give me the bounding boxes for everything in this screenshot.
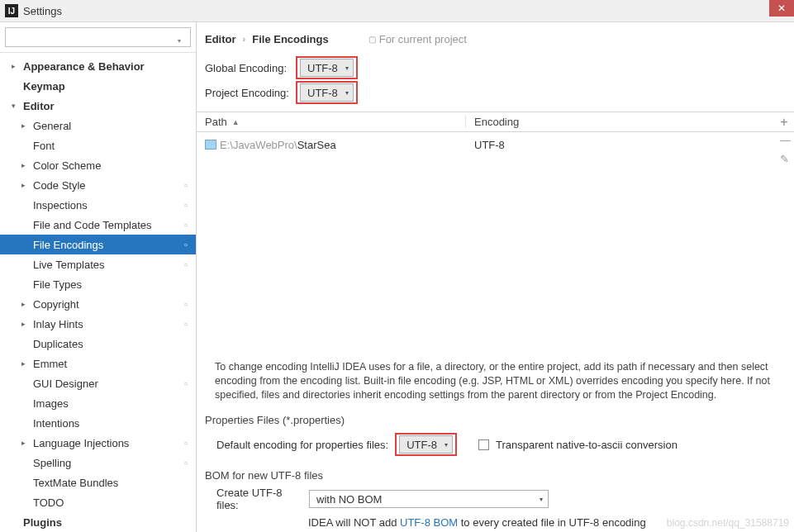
col-path[interactable]: Path ▲ (197, 116, 466, 128)
sort-asc-icon: ▲ (232, 118, 240, 126)
breadcrumb: Editor › File Encodings ▢ For current pr… (197, 22, 794, 49)
app-icon: IJ (5, 4, 18, 17)
close-button[interactable]: ✕ (769, 0, 794, 17)
highlight-project: UTF-8 ▾ (296, 81, 358, 104)
tree-item-label: File Types (33, 278, 82, 291)
tree-item-textmate-bundles[interactable]: ▸TextMate Bundles (0, 473, 196, 492)
remove-row-button[interactable]: — (780, 134, 791, 146)
tree-item-label: Images (33, 397, 69, 410)
project-scope-icon: ▫ (184, 240, 188, 249)
tree-item-code-style[interactable]: ▸Code Style▫ (0, 175, 196, 195)
tree-item-file-types[interactable]: ▸File Types (0, 274, 196, 294)
properties-encoding-select[interactable]: UTF-8 ▾ (399, 435, 453, 454)
chevron-right-icon: ▸ (21, 439, 30, 447)
tree-item-label: Intentions (33, 417, 79, 430)
project-scope-icon: ▫ (184, 378, 188, 388)
project-scope-icon: ▫ (184, 438, 188, 448)
tree-item-color-scheme[interactable]: ▸Color Scheme (0, 155, 196, 175)
project-scope-icon: ▫ (184, 458, 188, 468)
bom-section-title: BOM for new UTF-8 files (197, 461, 794, 483)
tree-item-label: Color Scheme (33, 159, 101, 172)
transparent-ascii-checkbox[interactable] (478, 439, 489, 450)
tree-item-gui-designer[interactable]: ▸GUI Designer▫ (0, 373, 196, 393)
tree-item-copyright[interactable]: ▸Copyright▫ (0, 294, 196, 314)
tree-item-label: General (33, 120, 71, 132)
row-encoding: UTF-8 (466, 139, 794, 151)
col-encoding[interactable]: Encoding (466, 116, 774, 128)
global-encoding-label: Global Encoding: (205, 62, 296, 74)
breadcrumb-root[interactable]: Editor (205, 33, 236, 45)
tree-item-todo[interactable]: ▸TODO (0, 492, 196, 512)
tree-item-label: Language Injections (33, 437, 129, 449)
tree-item-label: Appearance & Behavior (23, 60, 145, 73)
add-row-button[interactable]: + (774, 115, 794, 130)
tree-item-label: TODO (33, 496, 64, 509)
tree-item-emmet[interactable]: ▸Emmet (0, 354, 196, 373)
tree-item-label: Spelling (33, 457, 71, 469)
tree-item-label: Emmet (33, 358, 67, 370)
global-encoding-select[interactable]: UTF-8 ▾ (300, 59, 354, 77)
tree-item-spelling[interactable]: ▸Spelling▫ (0, 453, 196, 473)
titlebar: IJ Settings ✕ (0, 0, 794, 22)
settings-tree: ▸Appearance & Behavior▸Keymap▾Editor▸Gen… (0, 53, 196, 532)
window-title: Settings (23, 5, 62, 17)
chevron-right-icon: ▸ (12, 62, 20, 70)
tree-item-intentions[interactable]: ▸Intentions (0, 413, 196, 433)
project-scope-icon: ▫ (184, 180, 188, 190)
chevron-down-icon: ▾ (445, 441, 448, 449)
tree-item-plugins[interactable]: ▸Plugins (0, 512, 196, 532)
tree-item-live-templates[interactable]: ▸Live Templates▫ (0, 254, 196, 274)
chevron-down-icon: ▾ (12, 102, 20, 110)
sidebar: 🔍 ▾ ▸Appearance & Behavior▸Keymap▾Editor… (0, 22, 197, 532)
project-encoding-label: Project Encoding: (205, 87, 296, 99)
tree-item-file-encodings[interactable]: ▸File Encodings▫ (0, 235, 196, 254)
tree-item-keymap[interactable]: ▸Keymap (0, 76, 196, 96)
chevron-right-icon: ▸ (21, 181, 30, 189)
bom-info-text: IDEA will NOT add UTF-8 BOM to every cre… (197, 515, 794, 532)
tree-item-language-injections[interactable]: ▸Language Injections▫ (0, 433, 196, 453)
chevron-right-icon: ▸ (21, 300, 30, 308)
highlight-global: UTF-8 ▾ (296, 56, 358, 79)
bom-create-label: Create UTF-8 files: (216, 487, 302, 511)
tree-item-label: Plugins (23, 516, 62, 529)
search-dropdown-icon[interactable]: ▾ (178, 37, 181, 45)
chevron-right-icon: ▸ (21, 359, 30, 368)
encoding-help-text: To change encoding IntelliJ IDEA uses fo… (197, 352, 794, 411)
tree-item-label: File Encodings (33, 239, 103, 251)
tree-item-font[interactable]: ▸Font (0, 135, 196, 155)
chevron-right-icon: ▸ (21, 320, 30, 328)
project-scope-icon: ▫ (184, 299, 188, 309)
search-input[interactable] (5, 27, 191, 47)
tree-item-label: GUI Designer (33, 378, 98, 390)
tree-item-general[interactable]: ▸General (0, 116, 196, 135)
tree-item-inlay-hints[interactable]: ▸Inlay Hints▫ (0, 314, 196, 334)
tree-item-images[interactable]: ▸Images (0, 393, 196, 413)
tree-item-label: Editor (23, 100, 55, 112)
chevron-down-icon: ▾ (345, 89, 349, 97)
tree-item-label: Code Style (33, 179, 86, 192)
chevron-right-icon: ▸ (21, 161, 30, 169)
bom-link[interactable]: UTF-8 BOM (400, 516, 458, 529)
tree-item-label: Copyright (33, 298, 79, 311)
edit-row-button[interactable]: ✎ (780, 153, 791, 165)
bom-select[interactable]: with NO BOM ▾ (309, 490, 549, 508)
tree-item-inspections[interactable]: ▸Inspections▫ (0, 195, 196, 215)
tree-item-duplicates[interactable]: ▸Duplicates (0, 334, 196, 354)
tree-item-label: Live Templates (33, 259, 104, 271)
tree-item-label: Keymap (23, 80, 65, 93)
project-encoding-select[interactable]: UTF-8 ▾ (300, 83, 354, 102)
table-row[interactable]: E:\JavaWebPro\StarSea UTF-8 (197, 135, 794, 154)
tree-item-appearance-behavior[interactable]: ▸Appearance & Behavior (0, 56, 196, 76)
tree-item-label: Inlay Hints (33, 318, 83, 330)
properties-section-title: Properties Files (*.properties) (197, 411, 794, 428)
scope-hint: ▢ For current project (368, 33, 467, 45)
project-scope-icon: ▫ (184, 259, 188, 269)
project-scope-icon: ▫ (184, 220, 188, 230)
transparent-ascii-label[interactable]: Transparent native-to-ascii conversion (496, 439, 678, 451)
tree-item-file-and-code-templates[interactable]: ▸File and Code Templates▫ (0, 215, 196, 235)
chevron-down-icon: ▾ (540, 496, 543, 503)
project-scope-icon: ▢ (368, 35, 376, 44)
folder-icon (205, 140, 216, 150)
tree-item-label: Font (33, 140, 55, 152)
tree-item-editor[interactable]: ▾Editor (0, 96, 196, 116)
